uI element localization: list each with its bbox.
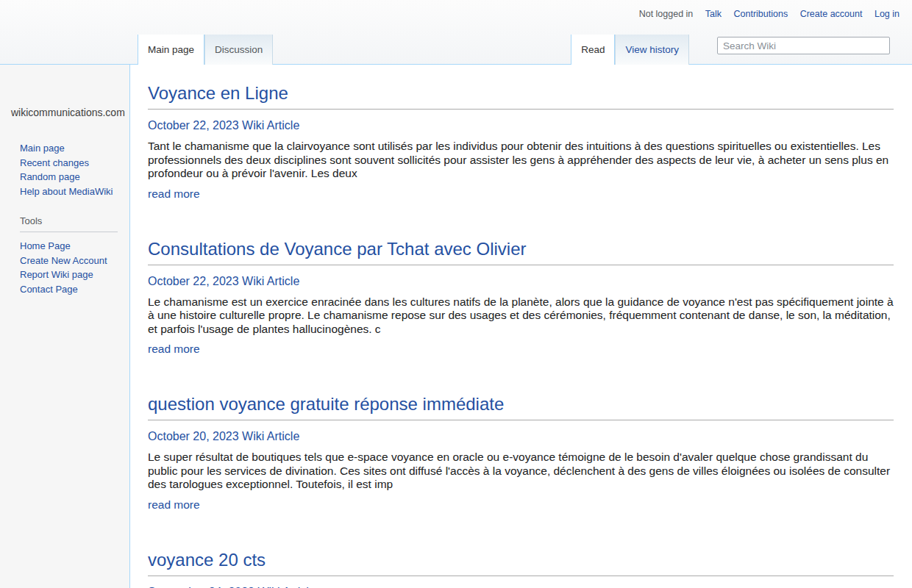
sidebar-item-home-page[interactable]: Home Page (20, 240, 71, 251)
read-more-link[interactable]: read more (148, 343, 200, 356)
tab-discussion[interactable]: Discussion (204, 35, 273, 65)
sidebar-item-recent-changes[interactable]: Recent changes (20, 157, 89, 168)
article-meta[interactable]: October 22, 2023 Wiki Article (148, 119, 894, 132)
view-tabs: Read View history (571, 35, 689, 65)
article-consultations-tchat-olivier: Consultations de Voyance par Tchat avec … (148, 240, 894, 356)
log-in-link[interactable]: Log in (874, 9, 899, 19)
read-more-link[interactable]: read more (148, 498, 200, 512)
list-item: Recent changes (20, 156, 129, 171)
header-right-zone: Read View history (571, 35, 890, 65)
wiki-page: Not logged in Talk Contributions Create … (0, 0, 912, 588)
create-account-link[interactable]: Create account (800, 9, 863, 19)
namespace-tabs: Main page Discussion (138, 35, 273, 65)
tab-read[interactable]: Read (571, 35, 615, 65)
tab-view-history[interactable]: View history (615, 35, 689, 65)
sidebar-item-help-mediawiki[interactable]: Help about MediaWiki (20, 186, 113, 197)
search-form (717, 35, 890, 65)
article-title[interactable]: Consultations de Voyance par Tchat avec … (148, 240, 894, 265)
article-excerpt: Tant le chamanisme que la clairvoyance s… (148, 140, 894, 181)
article-meta[interactable]: September 24, 2023 Wiki Article (148, 586, 894, 588)
list-item: Help about MediaWiki (20, 184, 129, 199)
article-excerpt: Le super résultat de boutiques tels que … (148, 451, 894, 492)
sidebar-item-create-new-account[interactable]: Create New Account (20, 255, 107, 266)
list-item: Contact Page (20, 282, 129, 297)
content-area: Voyance en Ligne October 22, 2023 Wiki A… (129, 65, 912, 588)
list-item: Random page (20, 170, 129, 184)
list-item: Create New Account (20, 254, 129, 268)
article-meta[interactable]: October 22, 2023 Wiki Article (148, 275, 894, 288)
tools-section-title: Tools (20, 215, 118, 232)
article-question-voyance-gratuite: question voyance gratuite réponse immédi… (148, 395, 894, 512)
article-title[interactable]: voyance 20 cts (148, 551, 894, 576)
article-excerpt: Le chamanisme est un exercice enracinée … (148, 295, 894, 337)
sidebar-item-random-page[interactable]: Random page (20, 171, 80, 182)
sidebar-tools: Home Page Create New Account Report Wiki… (0, 239, 129, 296)
sidebar: wikicommunications.com Main page Recent … (0, 65, 129, 296)
article-voyance-20-cts: voyance 20 cts September 24, 2023 Wiki A… (148, 551, 894, 588)
contributions-link[interactable]: Contributions (734, 9, 788, 19)
tab-main-page[interactable]: Main page (138, 35, 204, 65)
list-item: Main page (20, 141, 129, 156)
article-meta[interactable]: October 20, 2023 Wiki Article (148, 430, 894, 443)
talk-link[interactable]: Talk (705, 9, 722, 19)
sidebar-item-contact-page[interactable]: Contact Page (20, 284, 78, 295)
read-more-link[interactable]: read more (148, 187, 200, 201)
article-title[interactable]: Voyance en Ligne (148, 84, 894, 110)
article-voyance-en-ligne: Voyance en Ligne October 22, 2023 Wiki A… (148, 84, 894, 201)
login-status-text: Not logged in (639, 9, 694, 19)
article-title[interactable]: question voyance gratuite réponse immédi… (148, 395, 894, 420)
list-item: Report Wiki page (20, 268, 129, 282)
site-title: wikicommunications.com (11, 107, 127, 118)
sidebar-item-main-page[interactable]: Main page (20, 143, 65, 154)
header-tabs-row: Main page Discussion Read View history (0, 35, 912, 65)
sidebar-navigation: Main page Recent changes Random page Hel… (0, 141, 129, 198)
search-input[interactable] (717, 37, 890, 54)
list-item: Home Page (20, 239, 129, 254)
personal-bar: Not logged in Talk Contributions Create … (639, 9, 899, 19)
sidebar-item-report-wiki-page[interactable]: Report Wiki page (20, 269, 93, 280)
